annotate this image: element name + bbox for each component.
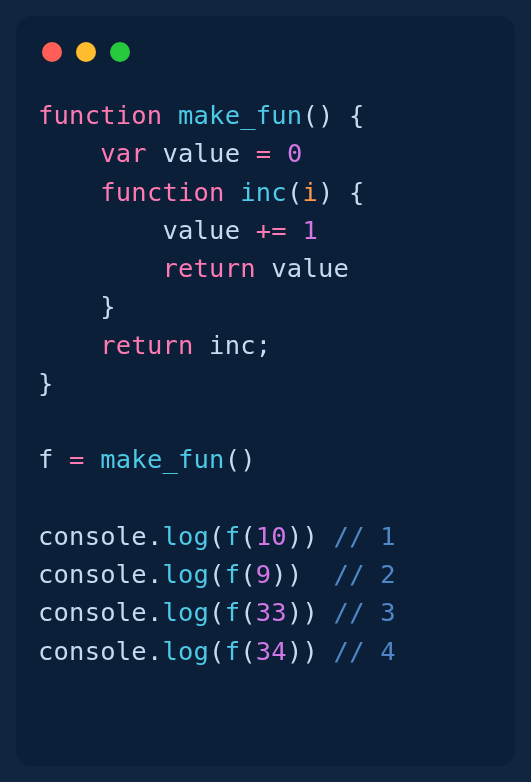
code-line: return inc; bbox=[38, 330, 271, 360]
code-token: f bbox=[225, 559, 241, 589]
code-token: function bbox=[38, 100, 162, 130]
code-token: log bbox=[162, 636, 209, 666]
code-window: function make_fun() { var value = 0 func… bbox=[16, 16, 515, 766]
code-line: f = make_fun() bbox=[38, 444, 256, 474]
code-line: value += 1 bbox=[38, 215, 318, 245]
code-token bbox=[85, 444, 101, 474]
code-token: 1 bbox=[302, 215, 318, 245]
code-token: // 4 bbox=[334, 636, 396, 666]
code-token: value bbox=[147, 138, 256, 168]
code-token: inc bbox=[240, 177, 287, 207]
code-token: var bbox=[100, 138, 147, 168]
code-token: )) bbox=[287, 521, 334, 551]
code-token: . bbox=[147, 521, 163, 551]
code-token: ( bbox=[240, 521, 256, 551]
code-token: () { bbox=[302, 100, 364, 130]
code-token: f bbox=[38, 444, 69, 474]
code-line: function make_fun() { bbox=[38, 100, 365, 130]
code-token: += bbox=[256, 215, 287, 245]
code-token: . bbox=[147, 636, 163, 666]
code-token: ( bbox=[209, 636, 225, 666]
code-block: function make_fun() { var value = 0 func… bbox=[38, 96, 493, 670]
code-token: . bbox=[147, 559, 163, 589]
code-token: 0 bbox=[287, 138, 303, 168]
code-token: ( bbox=[287, 177, 303, 207]
code-line: return value bbox=[38, 253, 349, 283]
code-token: function bbox=[100, 177, 224, 207]
code-token: ( bbox=[240, 559, 256, 589]
code-token: return bbox=[100, 330, 193, 360]
code-token: log bbox=[162, 559, 209, 589]
code-token bbox=[271, 138, 287, 168]
code-line: console.log(f(33)) // 3 bbox=[38, 597, 396, 627]
code-token: value bbox=[38, 215, 256, 245]
code-token: )) bbox=[271, 559, 333, 589]
code-token: () bbox=[225, 444, 256, 474]
code-token: ( bbox=[209, 559, 225, 589]
code-line: function inc(i) { bbox=[38, 177, 365, 207]
code-token: ) { bbox=[318, 177, 365, 207]
code-token: console bbox=[38, 597, 147, 627]
code-token: ( bbox=[209, 597, 225, 627]
code-token: . bbox=[147, 597, 163, 627]
code-token: = bbox=[256, 138, 272, 168]
code-token bbox=[225, 177, 241, 207]
code-token bbox=[287, 215, 303, 245]
window-controls bbox=[42, 42, 493, 62]
code-token: } bbox=[38, 368, 54, 398]
code-token bbox=[38, 253, 162, 283]
code-token: // 1 bbox=[334, 521, 396, 551]
code-token: // 3 bbox=[334, 597, 396, 627]
code-token: make_fun bbox=[100, 444, 224, 474]
code-token: 10 bbox=[256, 521, 287, 551]
code-token: log bbox=[162, 597, 209, 627]
code-line: console.log(f(34)) // 4 bbox=[38, 636, 396, 666]
code-token: ( bbox=[240, 636, 256, 666]
code-token: i bbox=[302, 177, 318, 207]
code-token bbox=[38, 291, 100, 321]
code-token bbox=[162, 100, 178, 130]
minimize-icon[interactable] bbox=[76, 42, 96, 62]
code-token bbox=[38, 177, 100, 207]
code-token: 34 bbox=[256, 636, 287, 666]
code-token: console bbox=[38, 636, 147, 666]
code-line: console.log(f(9)) // 2 bbox=[38, 559, 396, 589]
code-token: f bbox=[225, 636, 241, 666]
code-token: make_fun bbox=[178, 100, 302, 130]
code-token: f bbox=[225, 597, 241, 627]
close-icon[interactable] bbox=[42, 42, 62, 62]
code-line: console.log(f(10)) // 1 bbox=[38, 521, 396, 551]
code-token: // 2 bbox=[334, 559, 396, 589]
code-token: 9 bbox=[256, 559, 272, 589]
code-token: f bbox=[225, 521, 241, 551]
code-token: console bbox=[38, 521, 147, 551]
code-token bbox=[38, 138, 100, 168]
code-line: var value = 0 bbox=[38, 138, 302, 168]
code-token: log bbox=[162, 521, 209, 551]
code-token: )) bbox=[287, 636, 334, 666]
code-token: value bbox=[256, 253, 349, 283]
code-token: } bbox=[100, 291, 116, 321]
code-token: console bbox=[38, 559, 147, 589]
code-token: ; bbox=[256, 330, 272, 360]
code-line: } bbox=[38, 291, 116, 321]
code-token: ( bbox=[209, 521, 225, 551]
code-token: inc bbox=[194, 330, 256, 360]
code-token: ( bbox=[240, 597, 256, 627]
maximize-icon[interactable] bbox=[110, 42, 130, 62]
code-token: return bbox=[162, 253, 255, 283]
code-token: 33 bbox=[256, 597, 287, 627]
code-token bbox=[38, 330, 100, 360]
code-token: )) bbox=[287, 597, 334, 627]
code-line: } bbox=[38, 368, 54, 398]
code-token: = bbox=[69, 444, 85, 474]
